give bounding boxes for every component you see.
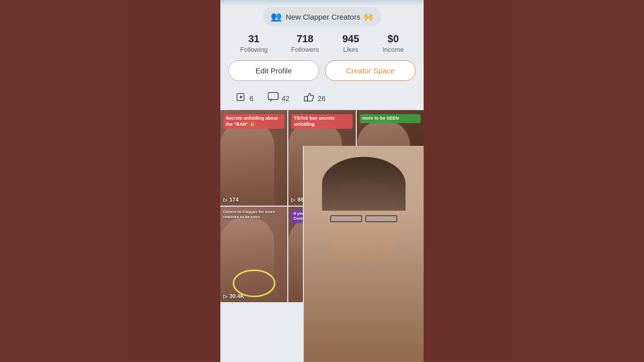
svg-marker-1 bbox=[240, 96, 243, 99]
video-cell-4[interactable]: Cheers to Clapper for more chances to be… bbox=[220, 207, 287, 302]
comment-tab-icon bbox=[268, 92, 279, 105]
stat-income: $0 Income bbox=[382, 33, 404, 53]
video-cell-1[interactable]: Secrets unfolding about the "BAN" 🔓 ▷ 17… bbox=[220, 110, 287, 206]
play-icon-4: ▷ bbox=[223, 294, 227, 299]
video-label-2: TikTok ban secrets unfolding bbox=[291, 114, 352, 129]
video-label-3: more to be SEEN bbox=[360, 114, 421, 123]
badge-group-icon: 👥 bbox=[271, 11, 282, 22]
tab-comments[interactable]: 42 bbox=[268, 92, 290, 105]
stat-followers-label: Followers bbox=[291, 46, 319, 53]
creator-space-button[interactable]: Creator Space bbox=[325, 60, 416, 81]
left-overlay bbox=[0, 0, 220, 362]
tab-likes[interactable]: 26 bbox=[303, 92, 326, 105]
stat-likes-number: 945 bbox=[342, 33, 359, 45]
stat-likes-label: Likes bbox=[343, 46, 358, 53]
big-overlay-video[interactable] bbox=[303, 146, 424, 362]
tabs-row: 6 42 26 bbox=[228, 89, 416, 110]
video-tab-count: 6 bbox=[250, 95, 254, 103]
badge-emoji: 🙌 bbox=[363, 12, 373, 22]
like-tab-count: 26 bbox=[317, 95, 326, 103]
comment-tab-count: 42 bbox=[282, 95, 290, 103]
video-label-4: Cheers to Clapper for more chances to be… bbox=[223, 210, 285, 220]
center-panel: 👥 New Clapper Creators 🙌 31 Following 71… bbox=[220, 0, 424, 362]
profile-header: 👥 New Clapper Creators 🙌 31 Following 71… bbox=[220, 0, 424, 110]
like-tab-icon bbox=[303, 92, 314, 105]
video-views-4: ▷ 30.4K bbox=[223, 293, 244, 299]
video-views-1: ▷ 174 bbox=[223, 197, 238, 203]
stats-row: 31 Following 718 Followers 945 Likes $0 … bbox=[228, 33, 416, 53]
top-gradient bbox=[220, 0, 424, 6]
stat-likes: 945 Likes bbox=[342, 33, 359, 53]
stat-income-number: $0 bbox=[387, 33, 398, 45]
stat-following-number: 31 bbox=[249, 33, 260, 45]
edit-profile-button[interactable]: Edit Profile bbox=[228, 60, 319, 81]
badge-row: 👥 New Clapper Creators 🙌 bbox=[263, 7, 381, 26]
video-label-1: Secrets unfolding about the "BAN" 🔓 bbox=[223, 114, 284, 129]
video-tab-icon bbox=[236, 92, 247, 105]
tab-videos[interactable]: 6 bbox=[236, 92, 254, 105]
play-icon-2: ▷ bbox=[291, 197, 295, 203]
right-overlay bbox=[424, 0, 644, 362]
stat-income-label: Income bbox=[382, 46, 404, 53]
stat-followers-number: 718 bbox=[297, 33, 313, 45]
stat-followers: 718 Followers bbox=[291, 33, 319, 53]
stat-following: 31 Following bbox=[240, 33, 268, 53]
svg-rect-2 bbox=[268, 93, 278, 100]
buttons-row: Edit Profile Creator Space bbox=[228, 60, 416, 81]
badge-text: New Clapper Creators bbox=[286, 13, 360, 21]
play-icon-1: ▷ bbox=[223, 197, 227, 203]
stat-following-label: Following bbox=[240, 46, 268, 53]
